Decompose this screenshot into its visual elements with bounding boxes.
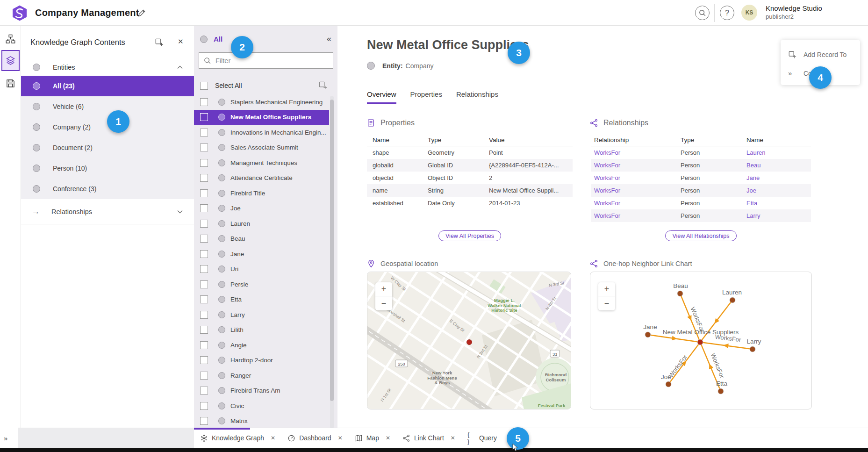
close-tab-icon[interactable]: ✕: [451, 435, 455, 441]
entity-name-link[interactable]: Jane: [746, 174, 805, 181]
view-all-properties-button[interactable]: View All Properties: [438, 230, 501, 241]
list-item-new-metal-office-suppliers[interactable]: New Metal Office Suppliers: [194, 110, 329, 125]
view-tab-link-chart[interactable]: Link Chart✕: [396, 428, 461, 448]
item-checkbox[interactable]: [200, 204, 208, 212]
item-checkbox[interactable]: [200, 189, 208, 197]
zoom-out-button[interactable]: −: [375, 296, 392, 310]
entity-type-all-23[interactable]: All (23): [21, 76, 194, 96]
zoom-in-button[interactable]: +: [375, 282, 392, 296]
item-checkbox[interactable]: [200, 356, 208, 364]
entity-name-link[interactable]: Beau: [746, 162, 805, 169]
view-tab-knowledge-graph[interactable]: Knowledge Graph✕: [194, 428, 281, 448]
list-item-etta[interactable]: Etta: [194, 292, 329, 308]
list-item-uri[interactable]: Uri: [194, 262, 329, 277]
item-checkbox[interactable]: [200, 280, 208, 288]
item-checkbox[interactable]: [200, 265, 208, 273]
list-item-angie[interactable]: Angie: [194, 337, 329, 353]
list-item-beau[interactable]: Beau: [194, 231, 329, 247]
list-item-lilith[interactable]: Lilith: [194, 323, 329, 338]
expand-rail-icon[interactable]: »: [4, 434, 7, 442]
data-model-icon[interactable]: [6, 34, 15, 44]
entity-name-link[interactable]: Joe: [746, 187, 805, 194]
entity-name-link[interactable]: Etta: [746, 200, 805, 207]
tab-relationships[interactable]: Relationships: [456, 90, 498, 104]
item-checkbox[interactable]: [200, 402, 208, 410]
item-checkbox[interactable]: [200, 159, 208, 167]
relationship-link[interactable]: WorksFor: [591, 149, 681, 156]
list-item-persie[interactable]: Persie: [194, 277, 329, 292]
entity-name-link[interactable]: Lauren: [746, 149, 805, 156]
relationship-link[interactable]: WorksFor: [591, 162, 681, 169]
item-checkbox[interactable]: [200, 326, 208, 334]
view-tab-query[interactable]: { }Query: [461, 428, 503, 448]
entity-type-conference-3[interactable]: Conference (3): [21, 179, 194, 199]
list-item-larry[interactable]: Larry: [194, 307, 329, 323]
chevron-down-icon[interactable]: [177, 210, 183, 214]
entity-type-radio[interactable]: [33, 185, 40, 193]
chevron-up-icon[interactable]: [177, 65, 183, 69]
relationship-link[interactable]: WorksFor: [591, 174, 681, 181]
list-item-innovations-in-mechanical-engin[interactable]: Innovations in Mechanical Engin...: [194, 125, 329, 140]
help-button[interactable]: ?: [720, 6, 734, 20]
relationship-link[interactable]: WorksFor: [591, 187, 681, 194]
tab-overview[interactable]: Overview: [367, 90, 396, 104]
list-item-jane[interactable]: Jane: [194, 246, 329, 262]
zoom-in-button[interactable]: +: [598, 282, 615, 296]
list-item-ranger[interactable]: Ranger: [194, 368, 329, 383]
entities-radio[interactable]: [33, 64, 40, 71]
link-chart-canvas[interactable]: WorksForWorksForWorksForWorksForBeauLaur…: [590, 272, 811, 409]
list-item-firebird-title[interactable]: Firebird Title: [194, 186, 329, 201]
list-item-hardtop-2-door[interactable]: Hardtop 2-door: [194, 353, 329, 368]
save-icon[interactable]: [6, 79, 15, 88]
contents-tool-selected[interactable]: [1, 50, 20, 71]
relationship-link[interactable]: WorksFor: [591, 212, 681, 219]
list-item-firebird-trans-am[interactable]: Firebird Trans Am: [194, 383, 329, 399]
view-tab-map[interactable]: Map✕: [349, 428, 396, 448]
close-tab-icon[interactable]: ✕: [271, 435, 275, 441]
edit-title-icon[interactable]: [137, 8, 146, 18]
select-all-row[interactable]: Select All: [200, 79, 331, 93]
link-chart-card[interactable]: WorksForWorksForWorksForWorksForBeauLaur…: [590, 272, 812, 409]
item-checkbox[interactable]: [200, 220, 208, 228]
filter-input[interactable]: [199, 52, 333, 69]
map-card[interactable]: W Clay StW Marshall StE Clay StN 3rd StN…: [367, 272, 571, 409]
user-avatar[interactable]: KS: [741, 5, 757, 21]
relationships-group-header[interactable]: → Relationships: [21, 199, 194, 224]
select-all-checkbox[interactable]: [200, 82, 208, 90]
item-checkbox[interactable]: [200, 311, 208, 319]
map-canvas[interactable]: W Clay StW Marshall StE Clay StN 3rd StN…: [367, 272, 571, 409]
scrollbar-track[interactable]: [330, 96, 334, 428]
relationship-link[interactable]: WorksFor: [591, 200, 681, 207]
list-item-staplers-mechanical-engineering[interactable]: Staplers Mechanical Engineering: [194, 94, 329, 110]
list-item-matrix[interactable]: Matrix: [194, 414, 329, 428]
list-item-managment-techniques[interactable]: Managment Techniques: [194, 155, 329, 171]
item-checkbox[interactable]: [200, 417, 208, 425]
zoom-out-button[interactable]: −: [598, 296, 615, 310]
collapse-panel-icon[interactable]: «: [327, 34, 331, 44]
entity-type-radio[interactable]: [33, 123, 40, 131]
item-checkbox[interactable]: [200, 235, 208, 243]
search-button[interactable]: [695, 6, 710, 20]
item-checkbox[interactable]: [200, 295, 208, 303]
item-checkbox[interactable]: [200, 387, 208, 395]
list-item-civic[interactable]: Civic: [194, 398, 329, 414]
close-panel-icon[interactable]: ✕: [178, 37, 187, 46]
item-checkbox[interactable]: [200, 129, 208, 136]
entity-type-vehicle-6[interactable]: Vehicle (6): [21, 96, 194, 117]
list-item-attendance-certificate[interactable]: Attendance Certificate: [194, 171, 329, 186]
close-tab-icon[interactable]: ✕: [386, 435, 390, 441]
entities-group-header[interactable]: Entities: [21, 58, 194, 76]
item-checkbox[interactable]: [200, 341, 208, 349]
entity-name-link[interactable]: Larry: [746, 212, 805, 219]
view-tab-dashboard[interactable]: Dashboard✕: [281, 428, 349, 448]
add-record-icon[interactable]: [318, 81, 327, 90]
view-all-relationships-button[interactable]: View All Relationships: [665, 230, 736, 241]
item-checkbox[interactable]: [200, 372, 208, 380]
add-record-icon[interactable]: [155, 38, 164, 47]
entity-type-radio[interactable]: [33, 82, 40, 90]
entity-type-radio[interactable]: [33, 165, 40, 172]
entity-type-radio[interactable]: [33, 103, 40, 110]
app-logo-icon[interactable]: [11, 5, 28, 22]
list-item-lauren[interactable]: Lauren: [194, 216, 329, 231]
scrollbar-thumb[interactable]: [330, 100, 334, 401]
